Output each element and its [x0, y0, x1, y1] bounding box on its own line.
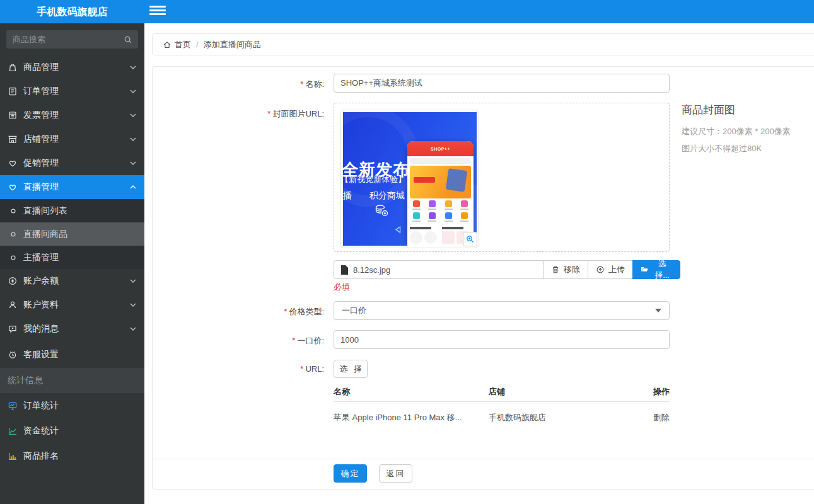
zoom-magnifier-button[interactable]: [463, 232, 477, 246]
banner-subline: 【新视觉新体验】: [343, 174, 406, 185]
hamburger-menu-icon[interactable]: [149, 6, 166, 18]
folder-icon: [641, 265, 648, 274]
price-type-label: *价格类型:: [153, 306, 324, 318]
app-root: 手机数码旗舰店 商品管理 订单管理 发票管理: [0, 0, 814, 504]
product-name-cell: 苹果 Apple iPhone 11 Pro Max 移...: [334, 412, 489, 423]
chevron-down-icon: [129, 112, 137, 119]
table-header-action: 操作: [644, 386, 670, 398]
sidebar-item-funds-stats[interactable]: 资金统计: [0, 418, 144, 444]
sidebar-item-promotions[interactable]: 促销管理: [0, 151, 144, 175]
cover-image-dropzone: 全新发布 【新视觉新体验】 播积分商城 SHOP++: [334, 103, 670, 252]
breadcrumb-current: 添加直播间商品: [204, 39, 261, 50]
chevron-down-icon: [129, 159, 137, 167]
submit-button[interactable]: 确定: [334, 464, 367, 483]
chevron-up-icon: [129, 183, 137, 191]
trash-icon: [551, 265, 560, 274]
sidebar-item-shop[interactable]: 店铺管理: [0, 127, 144, 151]
cover-url-label: *封面图片URL:: [153, 108, 324, 120]
circle-icon: [9, 230, 18, 239]
product-search-input[interactable]: [13, 35, 124, 44]
upload-circle-icon: [596, 265, 605, 274]
circle-icon: [9, 207, 18, 215]
chat-icon: [8, 324, 18, 334]
bag-icon: [8, 62, 18, 72]
heart-icon: [8, 158, 18, 168]
name-label: *名称:: [153, 79, 324, 90]
submenu-live-room-list[interactable]: 直播间列表: [0, 199, 144, 222]
table-row: 苹果 Apple iPhone 11 Pro Max 移... 手机数码旗舰店 …: [334, 402, 670, 433]
monitor-chart-icon: [8, 401, 18, 411]
order-list-icon: [8, 86, 18, 96]
delete-link[interactable]: 删除: [644, 412, 670, 423]
phone-icon-grid: [407, 198, 474, 225]
sidebar-item-orders[interactable]: 订单管理: [0, 79, 144, 103]
store-cell: 手机数码旗舰店: [489, 412, 644, 423]
table-header-name: 名称: [334, 386, 489, 398]
price-input[interactable]: [334, 330, 670, 349]
footer-divider: [153, 459, 814, 459]
sidebar-item-customer-service[interactable]: 客服设置: [0, 341, 144, 368]
chevron-down-icon: [129, 135, 137, 143]
phone-app-header: SHOP++: [407, 141, 474, 156]
required-hint: 必填: [334, 282, 350, 293]
banner-phone-mockup: SHOP++: [407, 141, 474, 246]
remove-file-button[interactable]: 移除: [543, 260, 588, 279]
sidebar-section-statistics: 统计信息: [0, 368, 144, 393]
back-button[interactable]: 返回: [379, 464, 412, 483]
chevron-down-icon: [129, 64, 137, 71]
store-title: 手机数码旗舰店: [0, 0, 144, 23]
live-heart-icon: [8, 182, 18, 192]
form-card: *名称: *封面图片URL: 全新发布 【新视觉新体验】 播积分商城: [152, 66, 814, 490]
help-title: 商品封面图: [682, 103, 791, 117]
submenu-live-room-products[interactable]: 直播间商品: [0, 222, 144, 246]
coin-icon: [8, 276, 18, 286]
sidebar-item-products[interactable]: 商品管理: [0, 55, 144, 79]
url-choose-button[interactable]: 选 择: [334, 360, 368, 378]
sidebar: 商品管理 订单管理 发票管理 店铺管理 促销管理: [0, 23, 144, 504]
chevron-down-icon: [129, 301, 137, 309]
home-icon: [163, 40, 172, 49]
file-icon: [340, 265, 349, 275]
clock-icon: [8, 350, 18, 360]
sidebar-item-order-stats[interactable]: 订单统计: [0, 393, 144, 418]
sidebar-nav: 商品管理 订单管理 发票管理 店铺管理 促销管理: [0, 55, 144, 469]
sidebar-item-invoices[interactable]: 发票管理: [0, 103, 144, 127]
live-submenu: 直播间列表 直播间商品 主播管理: [0, 199, 144, 269]
sidebar-item-balance[interactable]: 账户余额: [0, 269, 144, 293]
cover-image-preview: 全新发布 【新视觉新体验】 播积分商城 SHOP++: [340, 110, 479, 248]
triangle-left-icon: [394, 226, 402, 234]
choose-file-button[interactable]: 选择...: [632, 260, 680, 279]
sidebar-item-product-ranking[interactable]: 商品排名: [0, 444, 144, 469]
name-input[interactable]: [334, 74, 670, 93]
price-type-select[interactable]: 一口价: [334, 301, 670, 320]
breadcrumb-separator: /: [196, 40, 199, 49]
sidebar-item-live[interactable]: 直播管理: [0, 175, 144, 199]
top-bar: 手机数码旗舰店: [0, 0, 814, 23]
url-label: *URL:: [153, 364, 324, 374]
submenu-anchor-management[interactable]: 主播管理: [0, 246, 144, 269]
table-header-row: 名称 店铺 操作: [334, 382, 670, 402]
sidebar-item-account[interactable]: 账户资料: [0, 293, 144, 317]
line-chart-icon: [8, 426, 18, 436]
sidebar-item-messages[interactable]: 我的消息: [0, 317, 144, 341]
help-filesize-hint: 图片大小不得超过80K: [682, 143, 791, 154]
chevron-down-icon: [129, 277, 137, 285]
breadcrumb-home-link[interactable]: 首页: [175, 39, 191, 50]
circle-icon: [9, 253, 18, 262]
selected-products-table: 名称 店铺 操作 苹果 Apple iPhone 11 Pro Max 移...…: [334, 382, 670, 433]
caret-down-icon: [655, 309, 661, 312]
coins-icon: [373, 202, 390, 219]
upload-button[interactable]: 上传: [588, 260, 633, 279]
help-size-hint: 建议尺寸：200像素 * 200像素: [682, 126, 791, 137]
filename-field[interactable]: 8.12sc.jpg: [334, 260, 544, 279]
search-icon[interactable]: [124, 35, 132, 44]
table-header-store: 店铺: [489, 386, 644, 398]
breadcrumb: 首页 / 添加直播间商品: [152, 33, 814, 55]
phone-search-bar: [410, 158, 471, 164]
shop-icon: [8, 134, 18, 144]
sidebar-search: [6, 30, 138, 49]
phone-promo-banner: [410, 166, 471, 198]
chevron-down-icon: [129, 88, 137, 95]
bar-chart-icon: [8, 451, 18, 461]
invoice-icon: [8, 110, 18, 120]
